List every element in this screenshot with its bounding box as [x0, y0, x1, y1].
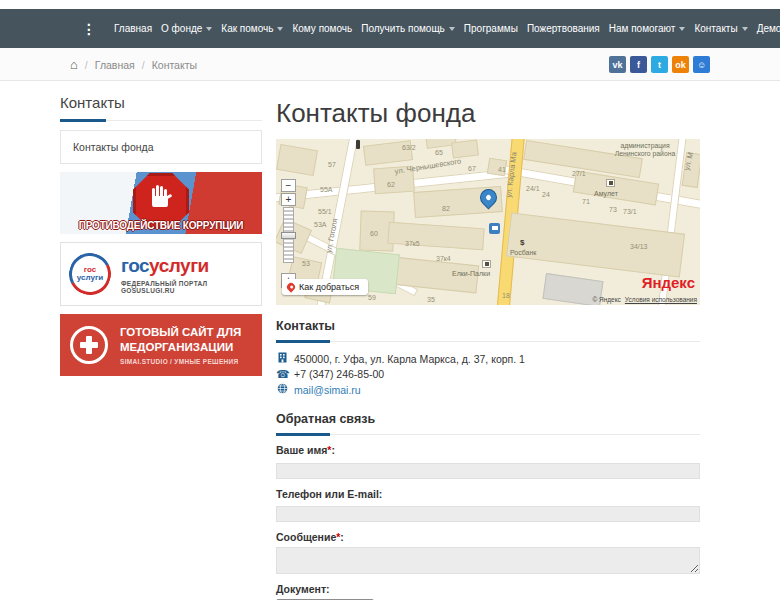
phone-text: +7 (347) 246-85-00	[294, 368, 384, 380]
route-button-label: Как добраться	[299, 282, 359, 292]
email-link[interactable]: mail@simai.ru	[294, 384, 361, 396]
map-building-number: 24	[542, 191, 550, 198]
map-label-amulet: Амулет	[594, 190, 618, 197]
pin-icon	[285, 281, 296, 292]
map-zoom-control: − + +	[281, 179, 296, 289]
hand-icon	[151, 185, 171, 209]
globe-icon	[276, 383, 288, 396]
traffic-light-icon	[356, 140, 360, 149]
zoom-slider-handle[interactable]	[281, 232, 296, 239]
zoom-out-button[interactable]: −	[281, 179, 296, 192]
gosuslugi-logo-icon: гос услуги	[64, 248, 117, 301]
feedback-form: Обратная связь Ваше имя*: Телефон или E-…	[276, 412, 700, 600]
message-field[interactable]	[276, 547, 700, 574]
map-building	[451, 139, 479, 158]
social-glyph: ☺	[697, 60, 706, 70]
message-label: Сообщение*:	[276, 531, 700, 543]
feedback-heading: Обратная связь	[276, 412, 700, 435]
map-building-number: 53	[302, 260, 310, 267]
medsite-title-line2: МЕДОРГАНИЗАЦИИ	[120, 340, 241, 354]
map-building-number: 67	[468, 165, 476, 172]
map-building-number: 59	[368, 294, 376, 301]
banner-medsite[interactable]: ГОТОВЫЙ САЙТ ДЛЯ МЕДОРГАНИЗАЦИИ SIMAI.ST…	[60, 314, 262, 376]
nav-item[interactable]: Получить помощь	[361, 23, 455, 34]
map-building-number: 82	[442, 205, 450, 212]
nav-item-label: Получить помощь	[361, 23, 445, 34]
map-label-administration: администрация Ленинского района	[590, 142, 700, 159]
banner-anticorruption-caption: ПРОТИВОДЕЙСТВИЕ КОРРУПЦИИ	[60, 220, 262, 231]
nav-item[interactable]: Как помочь	[221, 23, 283, 34]
bus-stop-icon	[489, 223, 500, 234]
map-building-number: 65	[435, 149, 443, 156]
map-terms-link[interactable]: Условия использования	[625, 296, 697, 303]
main-navigation: ⋮ ГлавнаяО фондеКак помочьКому помочьПол…	[0, 9, 780, 48]
gosuslugi-logo-text2: услуги	[77, 274, 103, 282]
social-icon[interactable]: ok	[672, 56, 689, 73]
hotel-icon	[606, 179, 615, 187]
social-icon[interactable]: f	[630, 56, 647, 73]
map-building-number: 37к4	[436, 255, 451, 262]
nav-item[interactable]: О фонде	[161, 23, 212, 34]
chevron-down-icon	[206, 27, 212, 31]
route-button[interactable]: Как добраться	[282, 279, 368, 295]
contacts-heading: Контакты	[276, 319, 700, 342]
home-icon[interactable]: ⌂	[70, 58, 78, 71]
map-copyright: © Яндекс	[592, 296, 620, 303]
chevron-down-icon	[742, 27, 748, 31]
social-glyph: f	[637, 60, 640, 70]
bank-icon: $	[520, 238, 524, 247]
map-building-number: 18	[502, 292, 510, 299]
social-glyph: vk	[612, 60, 622, 70]
map-building	[387, 222, 484, 251]
social-icon[interactable]: t	[651, 56, 668, 73]
nav-item[interactable]: Нам помогают	[609, 23, 686, 34]
nav-item[interactable]: Кому помочь	[292, 23, 352, 34]
banner-anticorruption[interactable]: ПРОТИВОДЕЙСТВИЕ КОРРУПЦИИ	[60, 172, 262, 234]
map-building	[506, 213, 685, 278]
sidebar-item-contacts[interactable]: Контакты фонда	[61, 131, 261, 163]
nav-item-label: Кому помочь	[292, 23, 352, 34]
map-attribution: © Яндекс Условия использования	[592, 296, 697, 303]
phone-email-label: Телефон или E-mail:	[276, 488, 700, 500]
chevron-down-icon	[277, 27, 283, 31]
social-icon[interactable]: vk	[609, 56, 626, 73]
map-building-number: 63/2	[402, 144, 416, 151]
social-icon[interactable]: ☺	[693, 56, 710, 73]
map-building-number: 24/1	[526, 185, 540, 192]
zoom-in-button[interactable]: +	[281, 193, 296, 206]
zoom-slider[interactable]	[283, 207, 294, 263]
sidebar: Контакты Контакты фонда ПРОТИВОДЕЙСТВИЕ …	[60, 94, 262, 600]
top-strip	[0, 0, 780, 9]
phone-row: ☎ +7 (347) 246-85-00	[276, 368, 700, 380]
medsite-title-line1: ГОТОВЫЙ САЙТ ДЛЯ	[120, 325, 241, 339]
nav-item[interactable]: Главная	[114, 23, 152, 34]
yandex-logo[interactable]: Яндекс	[642, 274, 695, 291]
name-field[interactable]	[276, 463, 700, 479]
map-building-number: 41	[498, 166, 506, 173]
banner-gosuslugi[interactable]: гос услуги госуслуги ФЕДЕРАЛЬНЫЙ ПОРТАЛ …	[60, 242, 262, 306]
social-glyph: t	[658, 60, 661, 70]
nav-item[interactable]: Демо	[757, 23, 780, 34]
yandex-map[interactable]: 5755А55/153А536263/26567826037к537к45935…	[276, 139, 700, 305]
map-building-number: 73/1	[623, 208, 637, 215]
contacts-section: Контакты 450000, г. Уфа, ул. Карла Маркс…	[276, 319, 700, 396]
building-icon	[276, 352, 288, 365]
restaurant-icon	[482, 260, 491, 268]
nav-item[interactable]: Контакты	[694, 23, 747, 34]
nav-item[interactable]: Программы	[464, 23, 518, 34]
menu-dots-icon[interactable]: ⋮	[82, 21, 96, 37]
name-label: Ваше имя*:	[276, 444, 700, 456]
medical-cross-icon	[70, 326, 108, 364]
address-text: 450000, г. Уфа, ул. Карла Маркса, д. 37,…	[294, 353, 525, 365]
nav-item[interactable]: Пожертвования	[527, 23, 600, 34]
breadcrumb-bar: ⌂ Главная Контакты vkftok☺	[0, 48, 780, 81]
main-content: Контакты фонда	[276, 94, 700, 600]
map-building-number: 27/1	[572, 170, 586, 177]
social-glyph: ok	[675, 60, 686, 70]
phone-email-field[interactable]	[276, 506, 700, 522]
breadcrumb-link-home[interactable]: Главная	[78, 59, 135, 71]
medsite-subtitle: SIMAI.STUDIO / УМНЫЕ РЕШЕНИЯ	[120, 358, 241, 365]
map-building-number: 37к5	[405, 240, 420, 247]
map-building-number: 34/13	[630, 243, 648, 250]
map-building-number: 60	[370, 230, 378, 237]
